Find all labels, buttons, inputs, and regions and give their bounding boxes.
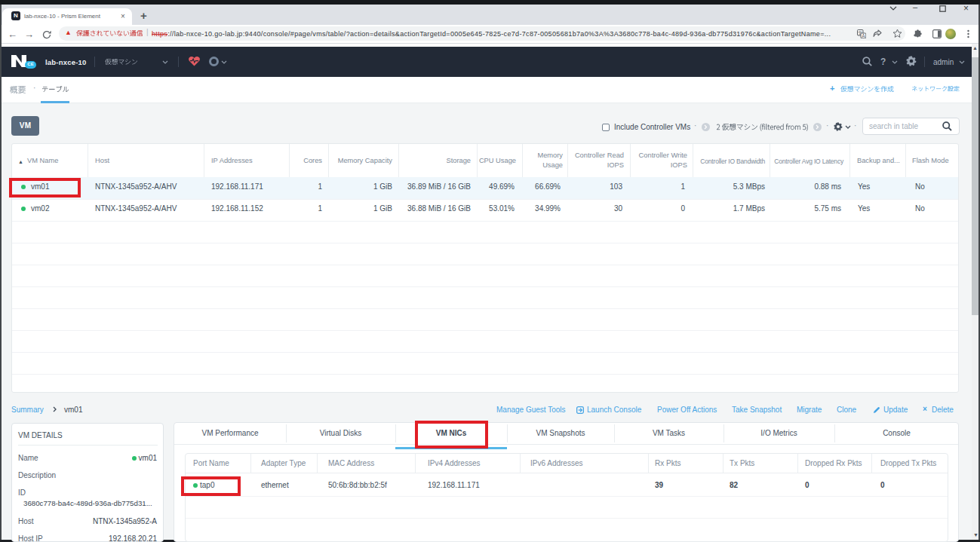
svg-text:A: A (862, 33, 865, 38)
